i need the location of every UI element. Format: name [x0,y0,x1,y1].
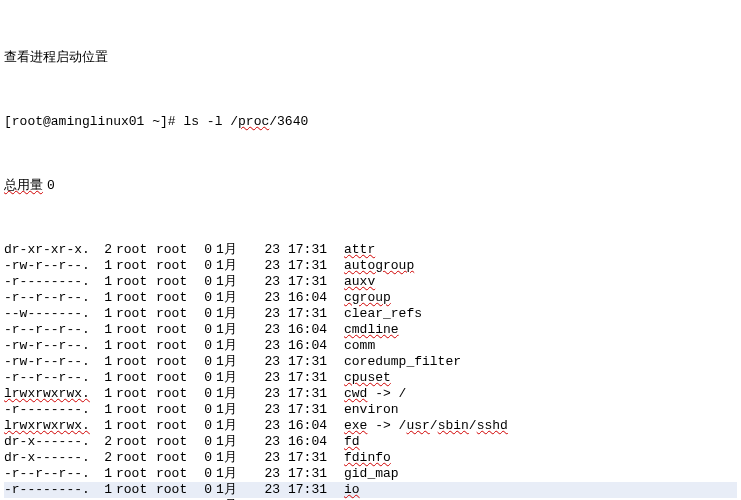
file-size: 0 [196,482,212,498]
file-time: 17:31 [288,450,336,466]
file-group: root [156,322,196,338]
file-perms: -rw-r--r--. [4,338,92,354]
file-time: 17:31 [288,482,336,498]
file-time: 16:04 [288,418,336,434]
listing-row: -r--r--r--.1rootroot01月2316:04cgroup [4,290,737,306]
file-size: 0 [196,354,212,370]
file-group: root [156,418,196,434]
file-perms: --w-------. [4,306,92,322]
symlink-target-part: / [469,418,477,434]
file-time: 17:31 [288,402,336,418]
file-perms: -r--r--r--. [4,370,92,386]
file-links: 2 [96,450,112,466]
file-name: clear_refs [344,306,422,322]
file-perms: -r--r--r--. [4,290,92,306]
listing-row: --w-------.1rootroot01月2317:31clear_refs [4,306,737,322]
file-owner: root [116,386,156,402]
file-size: 0 [196,322,212,338]
file-day: 23 [248,274,280,290]
command-line: [root@aminglinux01 ~]# ls -l /proc/3640 [4,114,737,130]
file-day: 23 [248,306,280,322]
file-name: coredump_filter [344,354,461,370]
command-text: ls -l /proc/3640 [183,114,308,130]
file-month: 1月 [216,418,248,434]
file-name: exe [344,418,367,434]
file-name: auxv [344,274,375,290]
file-name: cmdline [344,322,399,338]
file-month: 1月 [216,402,248,418]
file-links: 1 [96,338,112,354]
file-links: 1 [96,258,112,274]
listing-row: -r--r--r--.1rootroot01月2317:31gid_map [4,466,737,482]
file-group: root [156,242,196,258]
total-line: 总用量0 [4,178,737,194]
file-perms: -rw-r--r--. [4,354,92,370]
file-name: environ [344,402,399,418]
file-links: 1 [96,482,112,498]
listing-row: -r--------.1rootroot01月2317:31io [4,482,737,498]
file-perms: dr-x------. [4,450,92,466]
file-owner: root [116,354,156,370]
total-label: 总用量 [4,178,43,194]
file-day: 23 [248,370,280,386]
file-owner: root [116,242,156,258]
file-month: 1月 [216,482,248,498]
file-name: fdinfo [344,450,391,466]
file-month: 1月 [216,258,248,274]
file-time: 17:31 [288,242,336,258]
file-time: 17:31 [288,370,336,386]
symlink-target: -> / [367,386,406,402]
file-perms: lrwxrwxrwx. [4,418,92,434]
file-month: 1月 [216,450,248,466]
file-name: cgroup [344,290,391,306]
file-day: 23 [248,466,280,482]
file-group: root [156,354,196,370]
file-owner: root [116,434,156,450]
file-day: 23 [248,322,280,338]
file-month: 1月 [216,322,248,338]
file-time: 17:31 [288,386,336,402]
listing-row: lrwxrwxrwx.1rootroot01月2316:04exe -> /us… [4,418,737,434]
file-month: 1月 [216,370,248,386]
file-month: 1月 [216,354,248,370]
file-size: 0 [196,242,212,258]
file-group: root [156,434,196,450]
file-month: 1月 [216,274,248,290]
file-perms: -r--r--r--. [4,466,92,482]
file-owner: root [116,370,156,386]
symlink-target-part: / [430,418,438,434]
file-owner: root [116,450,156,466]
file-name: cwd [344,386,367,402]
file-size: 0 [196,338,212,354]
file-day: 23 [248,258,280,274]
file-day: 23 [248,450,280,466]
symlink-target-part: usr [406,418,429,434]
listing-row: dr-x------.2rootroot01月2317:31fdinfo [4,450,737,466]
file-owner: root [116,402,156,418]
file-listing: dr-xr-xr-x.2rootroot01月2317:31attr-rw-r-… [4,242,737,500]
listing-row: lrwxrwxrwx.1rootroot01月2317:31cwd -> / [4,386,737,402]
file-links: 2 [96,242,112,258]
file-size: 0 [196,258,212,274]
file-group: root [156,306,196,322]
file-time: 17:31 [288,274,336,290]
file-owner: root [116,418,156,434]
file-owner: root [116,306,156,322]
file-day: 23 [248,242,280,258]
file-owner: root [116,290,156,306]
file-links: 1 [96,274,112,290]
file-group: root [156,450,196,466]
file-name: fd [344,434,360,450]
file-links: 1 [96,290,112,306]
file-time: 17:31 [288,258,336,274]
symlink-target-part: -> / [367,418,406,434]
file-day: 23 [248,418,280,434]
file-group: root [156,386,196,402]
file-group: root [156,258,196,274]
file-day: 23 [248,386,280,402]
file-month: 1月 [216,242,248,258]
file-size: 0 [196,434,212,450]
command-suffix: /3640 [269,114,308,129]
file-links: 1 [96,322,112,338]
file-size: 0 [196,418,212,434]
